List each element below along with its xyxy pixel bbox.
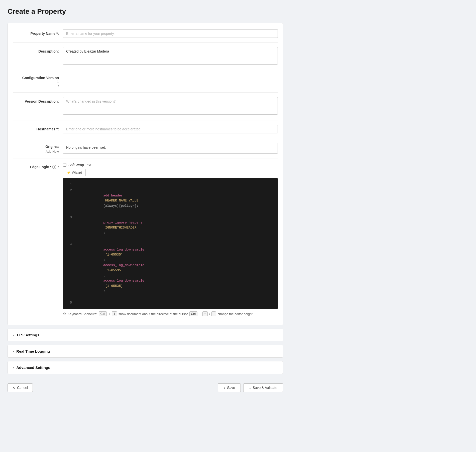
tls-settings-section: › TLS Settings <box>8 329 283 341</box>
config-version-row: Configuration Version 1 : <box>13 71 278 91</box>
real-time-logging-section: › Real Time Logging <box>8 345 283 358</box>
shortcut1-desc: show document about the directive at the… <box>118 312 188 316</box>
shortcut2-desc: change the editor height <box>217 312 253 316</box>
code-content-3: proxy_ignore_headers IGNORETHISHEADER ; <box>76 215 142 241</box>
code-editor[interactable]: 1 2 add_header HEADER_NAME VALUE [always… <box>63 178 278 309</box>
edge-logic-row: Edge Logic * i : Soft Wrap Text ⚡ Wizard <box>13 159 278 320</box>
soft-wrap-row: Soft Wrap Text <box>63 163 278 167</box>
cancel-icon: ✕ <box>12 386 15 390</box>
add-new-link[interactable]: Add New <box>46 150 59 153</box>
hostnames-input[interactable] <box>63 125 278 133</box>
line-num-5: 5 <box>66 300 72 306</box>
line-num-1: 1 <box>66 182 72 187</box>
cancel-button[interactable]: ✕ Cancel <box>8 383 33 392</box>
code-line-2: 2 add_header HEADER_NAME VALUE [always][… <box>63 187 278 214</box>
page-title: Create a Property <box>8 8 283 16</box>
origins-box: No origins have been set. <box>63 143 278 154</box>
tls-settings-header[interactable]: › TLS Settings <box>8 329 283 341</box>
origins-row: Origins: Add New No origins have been se… <box>13 139 278 157</box>
cancel-label: Cancel <box>17 386 28 390</box>
description-control: Created by Eleazar Madera <box>63 47 278 66</box>
edge-logic-control: Soft Wrap Text ⚡ Wizard 1 2 add_head <box>63 163 278 316</box>
real-time-logging-label: Real Time Logging <box>16 349 50 353</box>
version-description-label: Version Description: <box>13 97 63 104</box>
shortcut2-plus1: + <box>199 312 201 316</box>
save-validate-icon: ↓ <box>249 386 251 390</box>
origins-label: Origins: <box>45 143 59 149</box>
gear-icon: ⚙ <box>63 312 66 316</box>
line-num-4: 4 <box>66 242 72 247</box>
wizard-icon: ⚡ <box>67 171 71 174</box>
edge-logic-label-wrap: Edge Logic * i : <box>13 163 63 169</box>
code-line-4: 4 access_log_downsample [1-65535] ; acce… <box>63 242 278 300</box>
code-line-3: 3 proxy_ignore_headers IGNORETHISHEADER … <box>63 214 278 242</box>
tls-settings-label: TLS Settings <box>16 333 39 337</box>
shortcut2-ctrl: Ctrl <box>189 311 198 316</box>
hostnames-row: Hostnames *: <box>13 121 278 137</box>
origins-control: No origins have been set. <box>63 143 278 154</box>
wizard-button-label: Wizard <box>72 171 82 174</box>
advanced-chevron-icon: › <box>13 366 14 369</box>
shortcut1-ctrl: Ctrl <box>99 311 107 316</box>
advanced-settings-header[interactable]: › Advanced Settings <box>8 361 283 374</box>
advanced-settings-section: › Advanced Settings <box>8 361 283 374</box>
code-line-5: 5 <box>63 300 278 306</box>
property-name-control <box>63 29 278 38</box>
property-name-row: Property Name *: <box>13 26 278 41</box>
shortcut1-1: 1 <box>112 311 117 316</box>
shortcuts-row: ⚙ Keyboard Shortcuts: Ctrl + 1 show docu… <box>63 311 278 316</box>
description-label: Description: <box>13 47 63 54</box>
hostnames-label: Hostnames *: <box>13 125 63 132</box>
property-name-label: Property Name *: <box>13 29 63 36</box>
save-validate-button[interactable]: ↓ Save & Validate <box>243 383 283 392</box>
soft-wrap-label: Soft Wrap Text <box>68 163 91 167</box>
property-name-input[interactable] <box>63 29 278 38</box>
line-num-3: 3 <box>66 215 72 220</box>
real-time-logging-header[interactable]: › Real Time Logging <box>8 345 283 357</box>
save-label: Save <box>227 386 235 390</box>
line-num-2: 2 <box>66 188 72 193</box>
save-validate-label: Save & Validate <box>253 386 277 390</box>
edge-logic-info-icon[interactable]: i <box>52 165 56 169</box>
code-content-4: access_log_downsample [1-65535] ; access… <box>76 242 144 299</box>
hostnames-control <box>63 125 278 133</box>
shortcut1-plus: + <box>108 312 110 316</box>
description-row: Description: Created by Eleazar Madera <box>13 44 278 69</box>
main-form: Property Name *: Description: Created by… <box>8 23 283 325</box>
footer-bar: ✕ Cancel ↓ Save ↓ Save & Validate <box>8 380 283 395</box>
shortcut2-minus: - <box>211 311 216 316</box>
shortcut2-slash: / <box>209 312 210 316</box>
save-buttons: ↓ Save ↓ Save & Validate <box>218 383 283 392</box>
version-description-textarea[interactable] <box>63 97 278 115</box>
tls-chevron-icon: › <box>13 333 14 337</box>
edge-logic-label: Edge Logic * i : <box>30 165 59 169</box>
shortcut2-plus-key: + <box>202 311 208 316</box>
save-icon: ↓ <box>223 386 225 390</box>
config-version-label: Configuration Version 1 : <box>13 75 63 88</box>
version-description-row: Version Description: <box>13 94 278 119</box>
keyboard-shortcuts-label: Keyboard Shortcuts: <box>68 312 97 316</box>
origins-label-wrap: Origins: Add New <box>13 143 63 153</box>
code-line-1: 1 <box>63 181 278 187</box>
version-description-control <box>63 97 278 116</box>
code-content-2: add_header HEADER_NAME VALUE [always][po… <box>76 188 140 214</box>
wizard-button[interactable]: ⚡ Wizard <box>63 169 86 176</box>
advanced-settings-label: Advanced Settings <box>16 365 50 370</box>
soft-wrap-checkbox[interactable] <box>63 163 66 167</box>
description-textarea[interactable]: Created by Eleazar Madera <box>63 47 278 65</box>
save-button[interactable]: ↓ Save <box>218 383 241 392</box>
logging-chevron-icon: › <box>13 349 14 353</box>
